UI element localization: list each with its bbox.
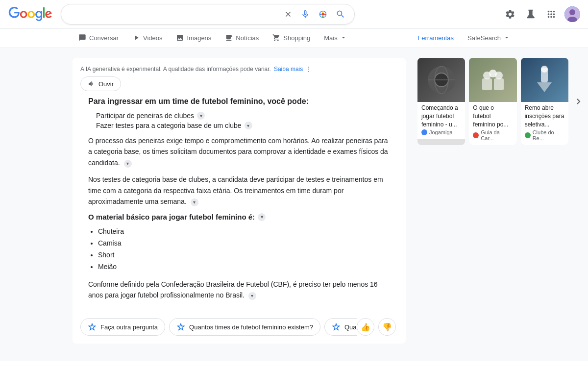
svg-rect-4 [322, 16, 324, 18]
saiba-mais-link[interactable]: Saiba mais [274, 66, 303, 73]
sparkle-icon-0 [88, 322, 97, 331]
expand-icon-1[interactable]: ▾ [197, 112, 205, 120]
image-card-title-1: O que o futebol feminino po... [473, 104, 513, 128]
material-item-3: Meião [98, 261, 390, 273]
ai-notice: A IA generativa é experimental. A qualid… [80, 66, 398, 73]
voice-search-button[interactable] [299, 8, 311, 20]
image-card-source-1: Guia da Car... [473, 129, 513, 141]
material-item-1: Camisa [98, 238, 390, 249]
tab-imagens[interactable]: Imagens [170, 29, 217, 48]
image-card-info-2: Remo abre inscrições para seletiva... Cl… [521, 102, 568, 145]
svg-rect-3 [322, 11, 324, 13]
more-indicator [572, 58, 584, 145]
left-column: A IA generativa é experimental. A qualid… [73, 58, 406, 351]
source-dot-2 [525, 132, 531, 138]
search-icons [283, 8, 346, 20]
right-column: Começando a jogar futebol feminino - u..… [417, 58, 584, 351]
ai-banner: A IA generativa é experimental. A qualid… [73, 58, 406, 344]
related-q-2[interactable]: Qual a melhor jogadora do mundo? [324, 318, 357, 336]
more-info-icon[interactable]: ⋮ [306, 66, 312, 73]
images-wrapper: Começando a jogar futebol feminino - u..… [417, 58, 584, 145]
tab-shopping[interactable]: Shopping [267, 29, 316, 48]
svg-point-16 [495, 72, 503, 79]
image-card-2[interactable]: Remo abre inscrições para seletiva... Cl… [521, 58, 568, 145]
material-item-2: Short [98, 249, 390, 261]
svg-rect-17 [482, 78, 492, 90]
tab-safesearch[interactable]: SafeSearch [462, 29, 515, 48]
ai-answer-title: Para ingressar em um time de futebol fem… [88, 97, 390, 106]
image-placeholder-1 [469, 58, 516, 102]
ai-list-items: Participar de peneiras de clubes ▾ Fazer… [96, 112, 390, 129]
nav-tabs: Conversar Videos Imagens Notícias Shoppi… [0, 29, 588, 48]
list-item-1: Participar de peneiras de clubes ▾ [96, 112, 390, 120]
ai-paragraph-2: Nos testes de categoria base de clubes, … [88, 174, 390, 207]
tab-noticias[interactable]: Notícias [219, 29, 265, 48]
related-q-1[interactable]: Quantos times de futebol feminino existe… [169, 318, 320, 336]
ai-material-title: O material básico para jogar futebol fem… [88, 213, 390, 221]
ai-answer: Para ingressar em um time de futebol fem… [80, 97, 398, 314]
clear-button[interactable] [283, 9, 294, 20]
expand-icon-p2[interactable]: ▾ [191, 198, 198, 206]
related-questions: Faça outra pergunta Quantos times de fut… [80, 318, 357, 336]
image-card-source-0: Jogamiga [421, 129, 461, 135]
search-button[interactable] [335, 8, 346, 20]
user-avatar[interactable] [564, 6, 580, 22]
image-card-1[interactable]: O que o futebol feminino po... Guia da C… [469, 58, 516, 145]
image-card-info-1: O que o futebol feminino po... Guia da C… [469, 102, 516, 145]
expand-icon-2[interactable]: ▾ [245, 122, 252, 129]
questions-feedback-row: Faça outra pergunta Quantos times de fut… [80, 318, 398, 336]
image-card-info-0: Começando a jogar futebol feminino - u..… [417, 102, 465, 139]
image-card-title-2: Remo abre inscrições para seletiva... [525, 104, 564, 128]
thumbs-up-button[interactable]: 👍 [357, 318, 374, 336]
svg-rect-6 [324, 14, 326, 15]
search-input[interactable]: como ingressar em um time de futebol fem… [69, 10, 283, 19]
main-content: A IA generativa é experimental. A qualid… [0, 48, 588, 361]
google-logo[interactable] [8, 7, 53, 22]
images-row: Começando a jogar futebol feminino - u..… [417, 58, 584, 145]
svg-rect-18 [494, 78, 504, 90]
expand-icon-p1[interactable]: ▾ [124, 160, 132, 168]
search-bar: como ingressar em um time de futebol fem… [61, 4, 355, 25]
image-search-button[interactable] [317, 8, 329, 20]
tab-mais[interactable]: Mais [318, 29, 352, 48]
feedback-area: 👍 👎 [357, 318, 398, 336]
image-placeholder-0 [417, 58, 465, 102]
svg-point-2 [322, 13, 324, 16]
header: como ingressar em um time de futebol fem… [0, 0, 588, 29]
search-bar-container: como ingressar em um time de futebol fem… [61, 4, 355, 25]
settings-button[interactable] [503, 7, 517, 22]
tab-conversar[interactable]: Conversar [73, 29, 124, 48]
svg-point-8 [569, 9, 575, 15]
related-q-0[interactable]: Faça outra pergunta [80, 318, 165, 336]
image-card-0[interactable]: Começando a jogar futebol feminino - u..… [417, 58, 465, 145]
ai-paragraph-3: Conforme definido pela Confederação Bras… [88, 279, 390, 301]
material-item-0: Chuteira [98, 226, 390, 238]
image-placeholder-2 [521, 58, 568, 102]
ai-paragraph-1: O processo das peneiras exige tempo e co… [88, 135, 390, 168]
source-dot-0 [421, 129, 427, 135]
image-card-source-2: Clube do Re... [525, 129, 564, 141]
sparkle-icon-1 [176, 322, 185, 331]
tab-ferramentas[interactable]: Ferramentas [412, 29, 460, 48]
header-right [503, 6, 580, 22]
expand-icon-material[interactable]: ▾ [258, 213, 266, 221]
ai-material-list: Chuteira Camisa Short Meião [98, 226, 390, 272]
svg-rect-5 [319, 14, 321, 15]
sparkle-icon-2 [332, 322, 341, 331]
svg-point-20 [541, 66, 548, 73]
thumbs-down-button[interactable]: 👎 [378, 318, 396, 336]
ouvir-button[interactable]: Ouvir [80, 76, 121, 91]
list-item-2: Fazer testes para a categoria base de um… [96, 122, 390, 129]
apps-button[interactable] [544, 7, 559, 22]
source-dot-1 [473, 132, 479, 138]
expand-icon-p3[interactable]: ▾ [248, 292, 256, 300]
labs-button[interactable] [523, 7, 538, 22]
tab-videos[interactable]: Videos [126, 29, 169, 48]
image-card-title-0: Começando a jogar futebol feminino - u..… [421, 104, 461, 128]
